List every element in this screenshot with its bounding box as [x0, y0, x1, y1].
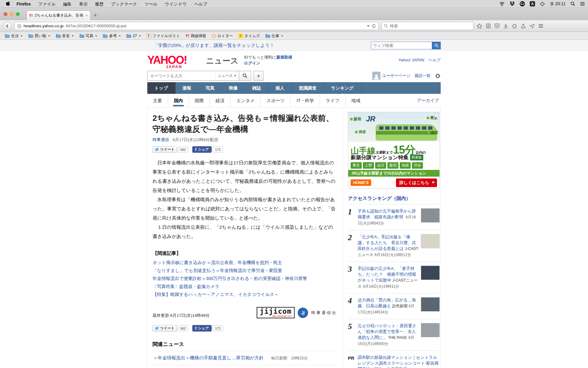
thumbnail[interactable]: [421, 208, 440, 223]
add-keyword-button[interactable]: ＋: [254, 71, 263, 81]
thumbnail[interactable]: [421, 323, 440, 337]
share-icon[interactable]: [521, 24, 526, 28]
menu-window[interactable]: ウインドウ: [161, 0, 190, 8]
home-icon[interactable]: [512, 24, 517, 28]
archive-link[interactable]: アーカイブ: [417, 98, 441, 103]
related-article-link[interactable]: 〔写真特集〕盗聴器・盗撮カメラ: [153, 282, 337, 290]
web-search-input[interactable]: [371, 42, 432, 49]
tweet-button[interactable]: ツイート: [153, 146, 177, 153]
thumbnail[interactable]: [421, 297, 440, 312]
facebook-share-button[interactable]: f シェア: [192, 146, 212, 153]
related-article-link[interactable]: 「なりすまし」でも別途支払う＝年金情報流出で厚労省－衆院委: [153, 266, 337, 274]
input-source-icon[interactable]: A: [530, 1, 535, 6]
tab-close-icon[interactable]: ×: [85, 13, 88, 18]
subnav-economy[interactable]: 経済: [209, 94, 230, 107]
tweet-button[interactable]: ツイート: [153, 325, 177, 332]
tab-photo[interactable]: 写真: [199, 82, 222, 94]
tab-magazine[interactable]: 雑誌: [245, 82, 269, 94]
subscriptions-link[interactable]: 購読一覧: [415, 73, 431, 79]
promo-link[interactable]: 「学費の20%」が戻ります、講座一覧をチェックしよう！: [153, 43, 274, 48]
close-window-button[interactable]: [4, 12, 7, 16]
ranking-link[interactable]: 元ゼロ戦パイロット・原田要さん「戦争の罪悪で世界一、非人道的な人間に」: [358, 324, 417, 340]
menu-view[interactable]: 表示: [76, 0, 91, 8]
web-search-button[interactable]: [432, 42, 441, 49]
settings-gear-icon[interactable]: [435, 73, 441, 79]
adobe-cc-icon[interactable]: Cc: [520, 1, 525, 6]
bookmark-filepost[interactable]: F ファイルポスト: [145, 32, 182, 40]
reading-list-icon[interactable]: [486, 24, 491, 28]
related-news-link[interactable]: ＜年金情報流出＞機構の手順書見直し…厚労相が方針: [153, 355, 264, 361]
browser-search-bar[interactable]: [382, 22, 473, 30]
menu-file[interactable]: ファイル: [35, 0, 59, 8]
subnav-region[interactable]: 地域: [345, 94, 366, 107]
send-icon[interactable]: [530, 24, 534, 28]
url-bar[interactable]: headlines.yahoo.co.jp/hl?a=20150617-0000…: [14, 22, 379, 30]
zoom-window-button[interactable]: [16, 12, 20, 16]
register-link[interactable]: 新規取得: [276, 55, 292, 59]
spotlight-icon[interactable]: [571, 2, 575, 6]
apple-icon[interactable]: [3, 1, 13, 6]
subnav-life[interactable]: ライフ: [320, 94, 345, 107]
url-dropdown-icon[interactable]: [367, 25, 370, 27]
diamond-icon[interactable]: [540, 2, 545, 6]
subnav-world[interactable]: 国際: [189, 94, 209, 107]
related-article-link[interactable]: 年金情報流出で便乗詐欺＝300万円引き出される－初の実害確認・神奈川県警: [153, 274, 337, 282]
pr-link[interactable]: 調布駅の新築分譲マンション｜セントラルレジデンス調布ステーションコート-駅前再開…: [358, 355, 439, 368]
bookmark-folder-reference[interactable]: 参考▼: [101, 32, 123, 40]
menu-edit[interactable]: 編集: [60, 0, 75, 8]
thumbnail[interactable]: [421, 266, 440, 280]
help-link[interactable]: ヘルプ: [428, 58, 441, 62]
bookmark-folder-work[interactable]: 仕事▼: [264, 32, 285, 40]
bookmark-folder-life[interactable]: 生活▼: [3, 32, 25, 40]
tab-personal[interactable]: 個人: [269, 82, 292, 94]
subnav-sports[interactable]: スポーツ: [260, 94, 290, 107]
news-agency-logo[interactable]: jijicom http://www.jiji.com Jj 時事通信社: [257, 307, 337, 318]
news-search-input[interactable]: [150, 74, 215, 78]
browser-search-input[interactable]: [390, 24, 471, 28]
new-tab-button[interactable]: +: [91, 11, 100, 20]
bookmark-folder-photo[interactable]: 写真▼: [78, 32, 100, 40]
bookmark-transit[interactable]: Y! 路線情報: [184, 32, 208, 40]
bookmark-folder-music[interactable]: 音楽▼: [54, 32, 76, 40]
jr-yamanote-ad[interactable]: 新宿 東京 渋谷 品川 JR i 山手線主要駅まで15分以内の 新築分譲マンショ…: [348, 112, 440, 189]
tab-flash[interactable]: 速報: [175, 82, 199, 94]
subnav-entertainment[interactable]: エンタメ: [230, 94, 260, 107]
user-avatar-icon[interactable]: [372, 72, 380, 80]
menu-help[interactable]: ヘルプ: [191, 0, 211, 8]
tab-ranking[interactable]: ランキング: [324, 82, 361, 94]
menu-bookmarks[interactable]: ブックマーク: [107, 0, 141, 8]
news-search-box[interactable]: ニュース: [147, 71, 239, 81]
tab-top[interactable]: トップ: [147, 82, 175, 94]
minimize-window-button[interactable]: [10, 12, 13, 16]
related-article-link[interactable]: ネット掲示板に書き込みか＝流出公表前、年金機構を批判－民主: [153, 259, 337, 266]
menu-icon[interactable]: [538, 24, 543, 28]
notification-center-icon[interactable]: [580, 2, 585, 6]
yahoo-japan-link[interactable]: Yahoo! JAPAN: [398, 58, 424, 62]
bookmark-reuters[interactable]: ロイター: [210, 32, 235, 40]
bookmark-star-icon[interactable]: [477, 24, 482, 29]
thumbnail[interactable]: [421, 234, 440, 248]
bookmark-folder-shopping[interactable]: 買い物▼: [27, 32, 52, 40]
subnav-domestic[interactable]: 国内: [168, 94, 189, 107]
reload-icon[interactable]: [372, 24, 376, 28]
menubar-app-name[interactable]: Firefox: [13, 0, 34, 8]
menubar-clock[interactable]: 水 20:11: [550, 1, 566, 7]
tab-video[interactable]: 映像: [222, 82, 245, 94]
bookmark-folder-27[interactable]: 27▼: [125, 32, 143, 40]
article-source-link[interactable]: 時事通信: [153, 137, 169, 142]
news-search-button[interactable]: [239, 71, 251, 81]
tab-poll[interactable]: 意識調査: [292, 82, 324, 94]
menu-tools[interactable]: ツール: [141, 0, 161, 8]
user-page-link[interactable]: ユーザーページ: [382, 73, 410, 79]
downloads-icon[interactable]: [503, 24, 508, 28]
dropbox-icon[interactable]: [510, 2, 515, 6]
subnav-it-science[interactable]: IT・科学: [290, 94, 319, 107]
bookmark-times[interactable]: T タイムズ: [237, 32, 262, 40]
ad-info-icon[interactable]: i: [434, 113, 439, 117]
facebook-share-button[interactable]: f シェア: [192, 325, 212, 332]
search-scope-select[interactable]: ニュース: [215, 73, 236, 79]
login-link[interactable]: ログイン: [244, 61, 260, 65]
ad-cta-button[interactable]: 詳しくはこちら: [396, 178, 437, 187]
menu-history[interactable]: 履歴: [92, 0, 107, 8]
wifi-icon[interactable]: [499, 2, 505, 6]
